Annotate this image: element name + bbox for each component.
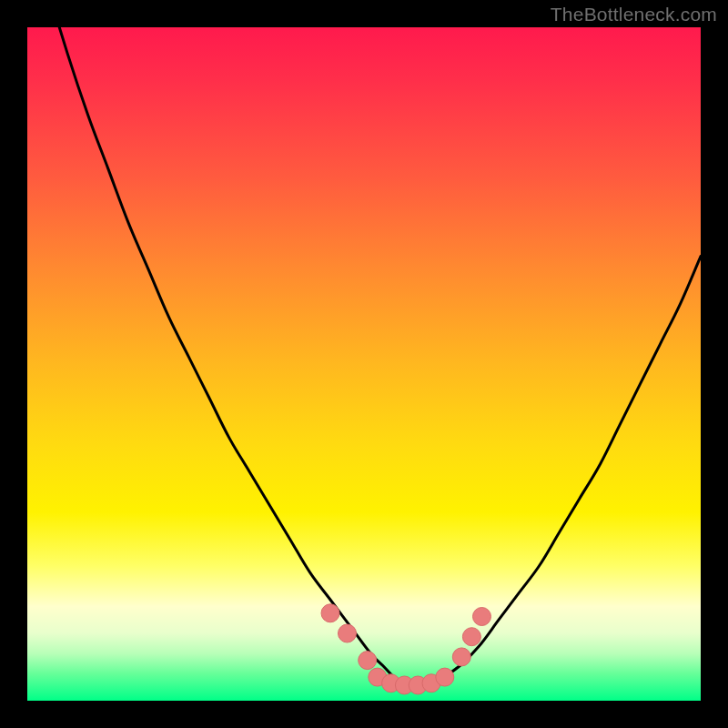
curve-marker xyxy=(473,608,491,626)
curve-marker xyxy=(359,652,377,670)
curve-marker xyxy=(339,624,357,642)
curve-layer xyxy=(27,27,701,701)
curve-marker xyxy=(321,604,339,622)
marker-group xyxy=(321,604,491,694)
plot-area xyxy=(27,27,701,701)
bottleneck-curve xyxy=(27,0,701,685)
curve-marker xyxy=(452,648,470,666)
curve-marker xyxy=(462,628,480,646)
watermark-text: TheBottleneck.com xyxy=(551,4,717,25)
chart-frame: TheBottleneck.com xyxy=(0,0,728,728)
curve-marker xyxy=(436,668,454,686)
